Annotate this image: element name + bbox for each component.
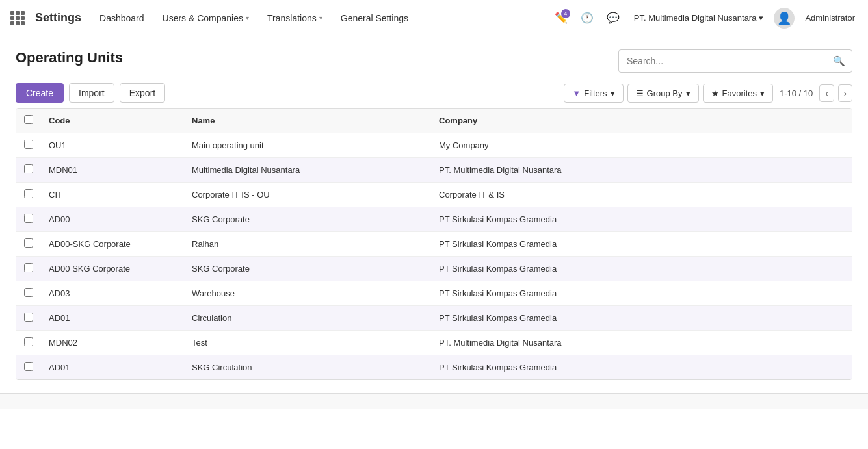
table-row[interactable]: MDN01 Multimedia Digital Nusantara PT. M… [16,158,852,183]
row-checkbox-cell [16,355,41,380]
pagination-next-button[interactable]: › [838,84,852,102]
row-company: PT Sirkulasi Kompas Gramedia [431,281,852,306]
table-container: Code Name Company OU1 Main operating uni… [16,108,852,380]
filters-button[interactable]: ▼ Filters ▾ [564,84,623,103]
apps-menu-icon[interactable] [8,8,27,28]
company-name: PT. Multimedia Digital Nusantara [634,13,757,23]
row-name: Multimedia Digital Nusantara [184,158,431,183]
import-button[interactable]: Import [69,83,114,103]
create-button[interactable]: Create [16,83,64,103]
operating-units-table: Code Name Company OU1 Main operating uni… [16,109,852,379]
column-header-company[interactable]: Company [431,109,852,133]
column-header-code[interactable]: Code [41,109,184,133]
table-row[interactable]: CIT Corporate IT IS - OU Corporate IT & … [16,183,852,207]
favorites-button[interactable]: ★ Favorites ▾ [703,84,773,103]
row-checkbox-cell [16,281,41,306]
row-company: Corporate IT & IS [431,183,852,207]
table-header-row: Code Name Company [16,109,852,133]
notifications-badge: 4 [561,9,570,18]
row-checkbox[interactable] [24,189,33,198]
page-title: Operating Units [16,49,123,66]
notifications-icon[interactable]: ✏️ 4 [551,8,572,28]
table-row[interactable]: AD00 SKG Corporate SKG Corporate PT Sirk… [16,257,852,281]
row-company: PT Sirkulasi Kompas Gramedia [431,306,852,331]
nav-item-users-companies[interactable]: Users & Companies ▾ [155,9,257,27]
navbar-right: ✏️ 4 🕐 💬 PT. Multimedia Digital Nusantar… [551,8,860,29]
row-code: OU1 [41,133,184,158]
column-header-name[interactable]: Name [184,109,431,133]
navbar: Settings Dashboard Users & Companies ▾ T… [0,0,868,36]
row-company: PT Sirkulasi Kompas Gramedia [431,232,852,257]
row-checkbox[interactable] [24,238,33,248]
row-name: Test [184,331,431,355]
search-box: 🔍 [618,49,852,73]
row-checkbox[interactable] [24,288,33,297]
row-company: PT. Multimedia Digital Nusantara [431,331,852,355]
chevron-down-icon: ▾ [686,88,690,98]
row-checkbox[interactable] [24,337,33,346]
row-checkbox-cell [16,207,41,232]
row-checkbox[interactable] [24,140,33,149]
filter-icon: ▼ [572,88,581,98]
chevron-down-icon: ▾ [611,88,615,98]
avatar: 👤 [774,8,795,29]
row-code: AD01 [41,306,184,331]
row-name: Main operating unit [184,133,431,158]
toolbar-left: Create Import Export [16,83,165,103]
table-row[interactable]: AD00-SKG Corporate Raihan PT Sirkulasi K… [16,232,852,257]
clock-icon[interactable]: 🕐 [577,8,598,28]
row-name: SKG Circulation [184,355,431,380]
row-code: MDN01 [41,158,184,183]
search-input[interactable] [619,56,826,66]
row-code: MDN02 [41,331,184,355]
company-selector[interactable]: PT. Multimedia Digital Nusantara ▾ [629,10,769,25]
brand-title: Settings [35,11,81,25]
table-row[interactable]: AD00 SKG Corporate PT Sirkulasi Kompas G… [16,207,852,232]
table-row[interactable]: AD03 Warehouse PT Sirkulasi Kompas Grame… [16,281,852,306]
user-menu[interactable]: Administrator [800,10,860,25]
row-checkbox[interactable] [24,263,33,272]
row-company: My Company [431,133,852,158]
table-row[interactable]: AD01 SKG Circulation PT Sirkulasi Kompas… [16,355,852,380]
row-checkbox[interactable] [24,214,33,223]
row-name: Corporate IT IS - OU [184,183,431,207]
groupby-button[interactable]: ☰ Group By ▾ [627,84,699,103]
page-header: Operating Units 🔍 [16,49,852,73]
list-icon: ☰ [636,88,644,98]
row-checkbox[interactable] [24,313,33,322]
search-button[interactable]: 🔍 [826,50,852,72]
nav-item-dashboard[interactable]: Dashboard [92,9,152,27]
row-checkbox-cell [16,158,41,183]
row-code: AD01 [41,355,184,380]
row-code: AD00 SKG Corporate [41,257,184,281]
chevron-down-icon: ▾ [759,13,763,23]
row-checkbox[interactable] [24,362,33,371]
row-name: SKG Corporate [184,257,431,281]
nav-item-general-settings[interactable]: General Settings [333,9,416,27]
row-checkbox-cell [16,232,41,257]
row-code: CIT [41,183,184,207]
export-button[interactable]: Export [120,83,165,103]
row-checkbox-cell [16,133,41,158]
main-content: Operating Units 🔍 Create Import Export ▼… [0,36,868,393]
nav-item-translations[interactable]: Translations ▾ [259,9,330,27]
pagination-prev-button[interactable]: ‹ [819,84,834,102]
row-name: SKG Corporate [184,207,431,232]
table-row[interactable]: AD01 Circulation PT Sirkulasi Kompas Gra… [16,306,852,331]
pagination-info: 1-10 / 10 [780,88,813,98]
chevron-down-icon: ▾ [760,88,765,98]
nav-menu: Dashboard Users & Companies ▾ Translatio… [92,9,546,27]
row-code: AD00-SKG Corporate [41,232,184,257]
chat-icon[interactable]: 💬 [603,8,624,28]
table-row[interactable]: OU1 Main operating unit My Company [16,133,852,158]
select-all-checkbox[interactable] [24,115,33,124]
row-company: PT. Multimedia Digital Nusantara [431,158,852,183]
row-checkbox-cell [16,257,41,281]
row-checkbox[interactable] [24,164,33,173]
bottom-bar [0,393,868,409]
row-name: Warehouse [184,281,431,306]
toolbar-right: ▼ Filters ▾ ☰ Group By ▾ ★ Favorites ▾ 1… [564,84,852,103]
row-code: AD03 [41,281,184,306]
row-company: PT Sirkulasi Kompas Gramedia [431,355,852,380]
table-row[interactable]: MDN02 Test PT. Multimedia Digital Nusant… [16,331,852,355]
